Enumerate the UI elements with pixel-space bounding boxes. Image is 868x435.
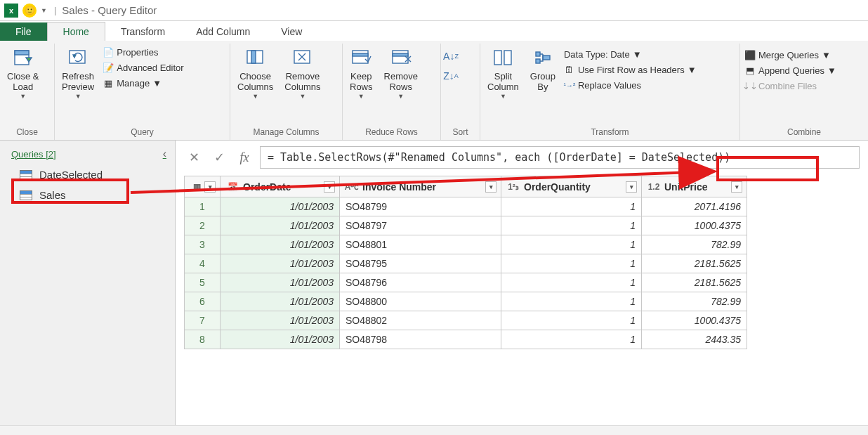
cell-orderdate[interactable]: 1/01/2003 [221,254,340,273]
row-number[interactable]: 7 [185,311,221,330]
cell-invoice[interactable]: SO48800 [340,292,501,311]
column-header-orderdate[interactable]: 📅 OrderDate ▾ [221,176,340,197]
remove-columns-button[interactable]: Remove Columns ▼ [282,45,323,101]
queries-header[interactable]: Queries [2] ‹ [0,141,175,164]
cell-qty[interactable]: 1 [501,254,642,273]
column-name: OrderDate [240,181,324,193]
choose-columns-button[interactable]: Choose Columns ▼ [235,45,276,101]
group-by-button[interactable]: Group By [527,45,558,94]
manage-button[interactable]: ▦ Manage ▼ [103,76,183,90]
remove-rows-button[interactable]: Remove Rows ▼ [381,45,421,101]
cell-qty[interactable]: 1 [501,197,642,216]
row-number[interactable]: 3 [185,235,221,254]
table-row[interactable]: 21/01/2003SO4879711000.4375 [185,216,747,235]
filter-icon[interactable]: ▾ [485,181,497,193]
advanced-editor-button[interactable]: 📝 Advanced Editor [103,60,183,74]
tab-transform[interactable]: Transform [105,22,180,41]
choose-columns-label: Choose Columns [237,72,273,93]
data-type-button[interactable]: Data Type: Date ▼ [564,48,697,61]
cell-orderdate[interactable]: 1/01/2003 [221,311,340,330]
cell-invoice[interactable]: SO48798 [340,330,501,349]
cell-qty[interactable]: 1 [501,216,642,235]
cell-price[interactable]: 1000.4375 [642,216,747,235]
chevron-down-icon[interactable]: ▾ [204,181,216,193]
cell-qty[interactable]: 1 [501,292,642,311]
cell-price[interactable]: 782.99 [642,235,747,254]
close-load-label: Close & Load [7,72,39,93]
append-queries-button[interactable]: ⬒ Append Queries ▼ [744,63,836,77]
filter-icon[interactable]: ▾ [324,181,335,193]
table-row[interactable]: 61/01/2003SO488001782.99 [185,292,747,311]
collapse-queries-icon[interactable]: ‹ [163,148,166,160]
decimal-type-icon: 1.2 [646,182,662,192]
sort-desc-button[interactable]: Z↓A [445,69,456,83]
table-row[interactable]: 31/01/2003SO488011782.99 [185,235,747,254]
table-row[interactable]: 11/01/2003SO4879912071.4196 [185,197,747,216]
table-row[interactable]: 41/01/2003SO4879512181.5625 [185,254,747,273]
cell-orderdate[interactable]: 1/01/2003 [221,292,340,311]
split-column-button[interactable]: Split Column ▼ [485,45,522,101]
window-title: Sales - Query Editor [62,4,157,16]
cell-price[interactable]: 2071.4196 [642,197,747,216]
refresh-preview-button[interactable]: Refresh Preview ▼ [59,45,97,101]
main-area: Queries [2] ‹ DateSelected Sales ✕ ✓ fx … [0,141,868,425]
cell-orderdate[interactable]: 1/01/2003 [221,330,340,349]
cell-price[interactable]: 2181.5625 [642,273,747,292]
cell-orderdate[interactable]: 1/01/2003 [221,273,340,292]
cell-price[interactable]: 782.99 [642,292,747,311]
tab-add-column[interactable]: Add Column [180,22,265,41]
table-row[interactable]: 81/01/2003SO4879812443.35 [185,330,747,349]
cell-invoice[interactable]: SO48797 [340,216,501,235]
cell-invoice[interactable]: SO48796 [340,273,501,292]
cell-invoice[interactable]: SO48802 [340,311,501,330]
row-number[interactable]: 6 [185,292,221,311]
cell-qty[interactable]: 1 [501,330,642,349]
query-item-sales[interactable]: Sales [0,185,175,205]
sort-asc-button[interactable]: A↓Z [445,49,456,63]
column-header-unitprice[interactable]: 1.2 UnitPrice ▾ [642,176,747,197]
first-row-headers-button[interactable]: 🗓 Use First Row as Headers ▼ [564,63,697,77]
table-row[interactable]: 71/01/2003SO4880211000.4375 [185,311,747,330]
cell-qty[interactable]: 1 [501,311,642,330]
formula-input[interactable]: = Table.SelectRows(#"Renamed Columns", e… [260,146,860,169]
row-number[interactable]: 2 [185,216,221,235]
cell-price[interactable]: 2181.5625 [642,254,747,273]
ribbon: Close & Load ▼ Close Refresh Preview ▼ 📄… [0,41,868,141]
fx-button[interactable]: fx [235,148,254,167]
append-icon: ⬒ [744,65,756,76]
cell-invoice[interactable]: SO48801 [340,235,501,254]
close-and-load-button[interactable]: Close & Load ▼ [4,45,42,101]
cell-price[interactable]: 1000.4375 [642,311,747,330]
accept-formula-button[interactable]: ✓ [209,148,229,167]
cell-qty[interactable]: 1 [501,273,642,292]
cell-qty[interactable]: 1 [501,235,642,254]
combine-files-icon: ⇣⇣ [744,80,756,91]
filter-icon[interactable]: ▾ [626,181,637,193]
table-row[interactable]: 51/01/2003SO4879612181.5625 [185,273,747,292]
tab-home[interactable]: Home [47,22,105,41]
query-item-dateselected[interactable]: DateSelected [0,164,175,185]
qat-dropdown-icon[interactable]: ▼ [41,7,47,14]
merge-queries-button[interactable]: ⬛ Merge Queries ▼ [744,48,836,62]
filter-icon[interactable]: ▾ [731,181,742,193]
tab-file[interactable]: File [0,22,47,41]
cell-orderdate[interactable]: 1/01/2003 [221,235,340,254]
tab-view[interactable]: View [265,22,317,41]
svg-rect-7 [353,53,368,56]
keep-rows-button[interactable]: Keep Rows ▼ [347,45,376,101]
row-number[interactable]: 5 [185,273,221,292]
properties-button[interactable]: 📄 Properties [103,45,183,59]
cell-orderdate[interactable]: 1/01/2003 [221,197,340,216]
cell-invoice[interactable]: SO48795 [340,254,501,273]
replace-values-button[interactable]: ¹→² Replace Values [564,78,697,92]
column-header-orderqty[interactable]: 1²₃ OrderQuantity ▾ [501,176,642,197]
cell-invoice[interactable]: SO48799 [340,197,501,216]
row-number[interactable]: 1 [185,197,221,216]
corner-cell[interactable]: ▦▾ [185,176,221,197]
cell-orderdate[interactable]: 1/01/2003 [221,216,340,235]
row-number[interactable]: 4 [185,254,221,273]
cancel-formula-button[interactable]: ✕ [184,148,204,167]
column-header-invoice[interactable]: Aᴮᴄ Invoice Number ▾ [340,176,501,197]
cell-price[interactable]: 2443.35 [642,330,747,349]
row-number[interactable]: 8 [185,330,221,349]
